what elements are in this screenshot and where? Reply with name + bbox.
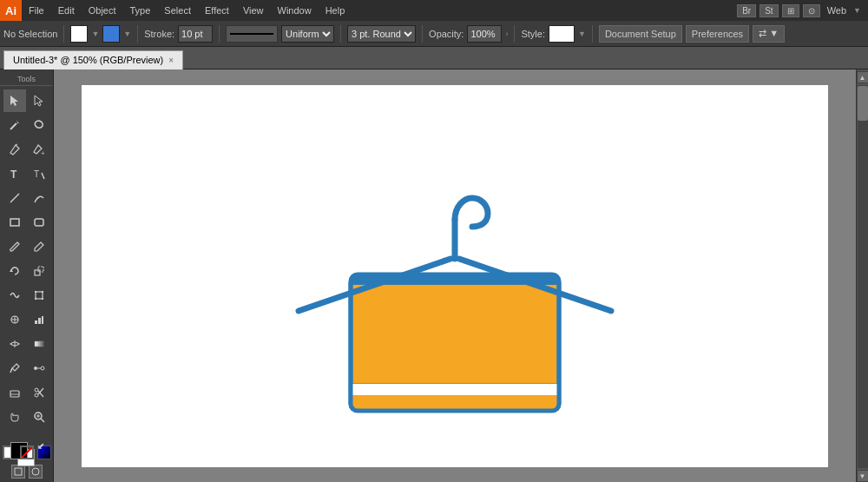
tools-row-12 [0,357,53,380]
eraser-tool[interactable] [3,381,26,404]
pencil-tool[interactable] [28,235,50,258]
opacity-chevron[interactable]: › [505,30,508,38]
tools-panel: Tools + [0,69,54,482]
svg-rect-19 [42,298,43,300]
free-transform-tool[interactable] [28,284,50,307]
svg-marker-3 [16,121,19,123]
svg-rect-53 [351,384,559,391]
tools-row-11 [0,333,53,355]
document-setup-button[interactable]: Document Setup [599,25,682,43]
svg-rect-16 [35,291,36,293]
scroll-down-button[interactable]: ▼ [857,470,869,482]
tab-bar: Untitled-3* @ 150% (RGB/Preview) × [0,47,868,69]
screen-mode-full[interactable] [29,465,43,479]
menu-file[interactable]: File [22,0,51,21]
opacity-input[interactable] [467,25,502,43]
menu-select[interactable]: Select [157,0,198,21]
blend-tool[interactable] [28,357,50,380]
stroke-width-input[interactable] [178,25,213,43]
tools-row-1 [0,89,53,112]
gradient-tool[interactable] [28,333,50,355]
preferences-button[interactable]: Preferences [686,25,749,43]
rotate-tool[interactable] [3,260,26,282]
svg-rect-43 [15,468,22,475]
tab-close-button[interactable]: × [168,56,174,65]
pen-tool[interactable] [3,138,26,161]
menu-window[interactable]: Window [271,0,319,21]
stroke-uniform-select[interactable]: Uniform [281,25,334,43]
stroke-cap-select[interactable]: 3 pt. Round [347,25,416,43]
tools-row-13 [0,381,53,404]
fill-mode-none[interactable] [20,446,34,459]
bridge-button[interactable]: Br [737,4,756,17]
selection-tool[interactable] [3,89,26,112]
style-chevron[interactable]: ▼ [578,30,586,38]
touch-type-tool[interactable]: T [28,162,50,185]
workspace-chevron[interactable]: ▼ [853,6,861,15]
style-box[interactable] [549,25,575,43]
menu-bar: Ai File Edit Object Type Select Effect V… [0,0,868,21]
bridge-icon-group: Br St ⊞ ⊙ [737,4,819,17]
svg-point-29 [34,366,37,370]
symbol-tool[interactable] [3,308,26,331]
stroke-color-chevron[interactable]: ▼ [123,30,131,38]
line-tool[interactable] [3,187,26,209]
svg-line-28 [10,368,12,373]
scroll-up-button[interactable]: ▲ [857,71,869,83]
warp-tool[interactable] [3,284,26,307]
stock-button[interactable]: St [760,4,778,17]
menu-object[interactable]: Object [82,0,123,21]
scissors-tool[interactable] [28,381,50,404]
svg-rect-17 [42,291,43,293]
lasso-tool[interactable] [28,114,50,136]
svg-rect-54 [351,395,559,411]
svg-rect-24 [38,318,41,324]
svg-line-2 [10,123,16,129]
toolbar-sep-4 [340,25,341,43]
add-anchor-tool[interactable]: + [28,138,50,161]
stroke-type-selector[interactable] [226,25,278,43]
direct-select-tool[interactable] [28,89,50,112]
toolbar-sep-2 [137,25,138,43]
svg-rect-18 [35,298,36,300]
svg-point-34 [35,388,38,392]
menu-help[interactable]: Help [319,0,352,21]
layout-button[interactable]: ⊞ [782,4,799,17]
eyedropper-tool[interactable] [3,357,26,380]
screen-mode-normal[interactable] [11,465,25,479]
search-button[interactable]: ⊙ [803,4,820,17]
right-scrollbar[interactable]: ▲ ▼ [856,69,868,482]
paintbrush-tool[interactable] [3,235,26,258]
swap-colors-icon[interactable] [36,442,45,451]
arrange-button[interactable]: ⇄ ▼ [753,25,785,43]
arc-tool[interactable] [28,187,50,209]
stroke-color-box[interactable] [102,25,120,43]
tools-row-14 [0,406,53,428]
menu-view[interactable]: View [236,0,271,21]
column-graph-tool[interactable] [28,308,50,331]
svg-line-39 [41,419,44,422]
scroll-thumb[interactable] [858,86,868,121]
fill-color-box[interactable] [70,25,88,43]
zoom-tool[interactable] [28,406,50,428]
scale-tool[interactable] [28,260,50,282]
hand-tool[interactable] [3,406,26,428]
fill-chevron[interactable]: ▼ [91,30,99,38]
svg-rect-11 [35,219,43,226]
magic-wand-tool[interactable] [3,114,26,136]
rect-tool[interactable] [3,211,26,234]
svg-line-8 [42,173,44,179]
svg-marker-1 [35,96,43,106]
type-tool[interactable]: T [3,162,26,185]
main-area: Tools + [0,69,868,482]
svg-rect-13 [35,270,40,275]
rounded-rect-tool[interactable] [28,211,50,234]
svg-rect-23 [35,320,37,324]
toolbar-sep-3 [219,25,220,43]
document-tab[interactable]: Untitled-3* @ 150% (RGB/Preview) × [3,50,183,69]
canvas-area [54,69,856,482]
menu-type[interactable]: Type [123,0,158,21]
menu-effect[interactable]: Effect [198,0,236,21]
menu-edit[interactable]: Edit [51,0,82,21]
mesh-tool[interactable] [3,333,26,355]
